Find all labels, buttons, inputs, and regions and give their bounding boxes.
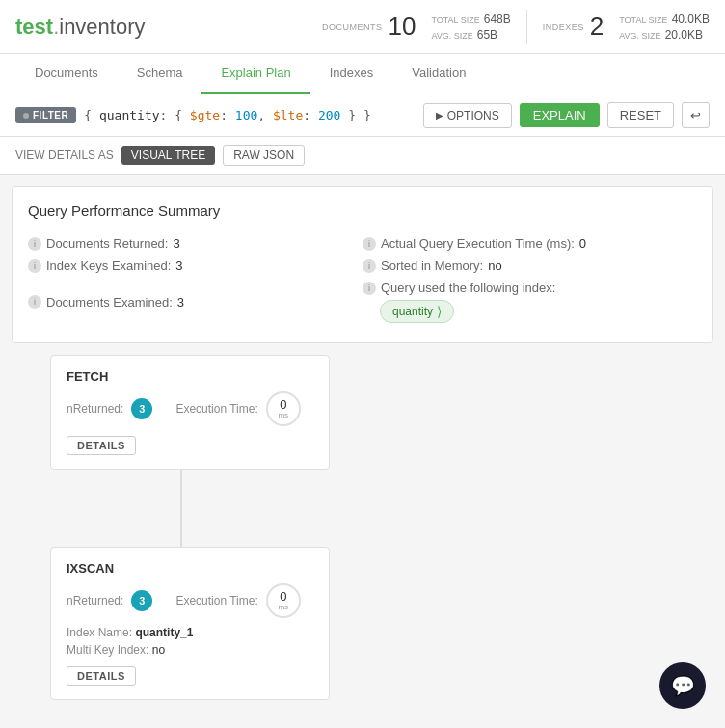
fetch-exec-time-label: Execution Time: <box>175 402 257 416</box>
index-sub-stats: TOTAL SIZE 40.0KB AVG. SIZE 20.0KB <box>619 13 710 41</box>
index-badge: quantity ⟩ <box>380 300 454 323</box>
index-avg-size-stat: AVG. SIZE 20.0KB <box>619 28 710 41</box>
index-arrow-icon: ⟩ <box>437 304 442 319</box>
filter-badge: FILTER <box>15 107 76 123</box>
avg-size-label: AVG. SIZE <box>431 31 472 40</box>
filter-bar: FILTER { quantity: { $gte: 100, $lte: 20… <box>0 94 725 137</box>
tree-connector <box>180 470 182 547</box>
indexes-value: 2 <box>590 12 604 41</box>
history-button[interactable]: ↩ <box>682 102 710 128</box>
exec-time-label: Actual Query Execution Time (ms): <box>381 236 575 251</box>
ixscan-card: IXSCAN nReturned: 3 Execution Time: 0 ms… <box>50 547 330 700</box>
ixscan-details-button[interactable]: DETAILS <box>67 666 136 686</box>
fetch-details-button[interactable]: DETAILS <box>67 436 136 455</box>
index-used-label: Query used the following index: <box>381 281 555 295</box>
filter-label: FILTER <box>33 110 68 121</box>
index-keys-item: i Index Keys Examined: 3 <box>28 255 362 277</box>
header-stats: DOCUMENTS 10 TOTAL SIZE 648B AVG. SIZE 6… <box>322 10 710 44</box>
index-keys-value: 3 <box>175 258 182 273</box>
nav-tabs: Documents Schema Explain Plan Indexes Va… <box>0 54 725 94</box>
ixscan-exec-time-circle: 0 ms <box>266 583 301 618</box>
indexes-stat: INDEXES 2 <box>543 12 604 41</box>
fetch-card: FETCH nReturned: 3 Execution Time: 0 ms … <box>50 355 330 470</box>
ixscan-exec-time-unit: ms <box>278 603 288 611</box>
tab-explain-plan[interactable]: Explain Plan <box>201 54 309 94</box>
indexes-label: INDEXES <box>543 22 584 32</box>
raw-json-button[interactable]: RAW JSON <box>223 145 305 166</box>
docs-examined-item: i Documents Examined: 3 <box>28 277 362 327</box>
index-used-info-icon: i <box>362 282 376 295</box>
chat-button[interactable]: 💬 <box>659 662 706 709</box>
documents-stat: DOCUMENTS 10 <box>322 12 416 41</box>
fetch-stats-row: nReturned: 3 Execution Time: 0 ms <box>67 391 313 426</box>
ixscan-multi-key-row: Multi Key Index: no <box>67 643 313 657</box>
filter-query-lte-op: $lte <box>273 108 303 122</box>
filter-dot <box>23 113 29 119</box>
filter-query-colon3: : <box>303 108 318 122</box>
index-used-item: i Query used the following index: quanti… <box>362 277 697 327</box>
explain-button[interactable]: EXPLAIN <box>520 103 600 127</box>
ixscan-index-name-row: Index Name: quantity_1 <box>67 626 313 639</box>
options-arrow-icon: ▶ <box>436 110 443 121</box>
exec-time-info-icon: i <box>362 237 376 251</box>
options-label: OPTIONS <box>447 109 499 122</box>
total-size-value: 648B <box>484 13 511 26</box>
tab-indexes[interactable]: Indexes <box>310 54 393 94</box>
index-badge-value: quantity <box>392 305 433 318</box>
docs-returned-value: 3 <box>173 236 179 251</box>
index-keys-label: Index Keys Examined: <box>46 258 171 273</box>
tab-schema[interactable]: Schema <box>118 54 202 94</box>
docs-returned-info-icon: i <box>28 237 41 251</box>
ixscan-exec-time-label: Execution Time: <box>175 594 257 607</box>
index-avg-size-value: 20.0KB <box>665 28 703 41</box>
docs-examined-value: 3 <box>177 295 184 310</box>
view-details-row: VIEW DETAILS AS VISUAL TREE RAW JSON <box>0 137 725 175</box>
documents-value: 10 <box>389 12 416 41</box>
index-avg-size-label: AVG. SIZE <box>619 31 660 40</box>
sorted-memory-label: Sorted in Memory: <box>381 258 483 273</box>
fetch-exec-time-circle: 0 ms <box>266 391 301 426</box>
ixscan-multi-key-label: Multi Key Index: <box>67 643 148 657</box>
visual-tree-button[interactable]: VISUAL TREE <box>121 146 215 165</box>
filter-query-colon2: : <box>220 108 235 122</box>
total-size-label: TOTAL SIZE <box>431 15 479 25</box>
filter-query-comma: , <box>257 108 273 122</box>
logo-test: test <box>15 14 53 40</box>
exec-time-item: i Actual Query Execution Time (ms): 0 <box>362 232 697 255</box>
ixscan-n-badge: 3 <box>131 590 152 611</box>
filter-query-brace1: { <box>84 108 99 122</box>
logo: test . inventory <box>15 14 146 40</box>
options-button[interactable]: ▶ OPTIONS <box>423 103 512 128</box>
docs-examined-info-icon: i <box>28 295 41 309</box>
filter-query-lte-val: 200 <box>318 108 340 122</box>
index-keys-info-icon: i <box>28 259 41 273</box>
ixscan-index-name-value: quantity_1 <box>135 626 193 639</box>
ixscan-n-returned-label: nReturned: <box>67 594 123 607</box>
avg-size-stat: AVG. SIZE 65B <box>431 28 510 41</box>
avg-size-value: 65B <box>477 28 497 41</box>
stats-divider <box>526 10 527 44</box>
fetch-title: FETCH <box>67 369 313 384</box>
filter-query: { quantity: { $gte: 100, $lte: 200 } } <box>84 108 415 122</box>
index-total-size-stat: TOTAL SIZE 40.0KB <box>619 13 710 26</box>
documents-label: DOCUMENTS <box>322 22 383 32</box>
fetch-n-returned-label: nReturned: <box>67 402 123 416</box>
ixscan-exec-time-value: 0 <box>280 590 286 603</box>
logo-inventory: inventory <box>59 14 145 40</box>
reset-button[interactable]: RESET <box>607 102 674 128</box>
ixscan-multi-key-value: no <box>152 643 165 657</box>
sorted-memory-info-icon: i <box>362 259 376 273</box>
fetch-n-badge: 3 <box>131 398 152 419</box>
sorted-memory-value: no <box>488 258 501 273</box>
main-content: Query Performance Summary i Documents Re… <box>0 175 725 712</box>
index-total-size-label: TOTAL SIZE <box>619 15 667 25</box>
fetch-exec-time-value: 0 <box>280 398 286 411</box>
view-details-label: VIEW DETAILS AS <box>15 148 114 162</box>
exec-time-value: 0 <box>579 236 586 251</box>
tab-validation[interactable]: Validation <box>392 54 485 94</box>
docs-examined-label: Documents Examined: <box>46 295 173 310</box>
sorted-memory-item: i Sorted in Memory: no <box>362 255 697 277</box>
ixscan-stats-row: nReturned: 3 Execution Time: 0 ms <box>67 583 313 618</box>
tab-documents[interactable]: Documents <box>15 54 118 94</box>
filter-query-gte-val: 100 <box>235 108 257 122</box>
